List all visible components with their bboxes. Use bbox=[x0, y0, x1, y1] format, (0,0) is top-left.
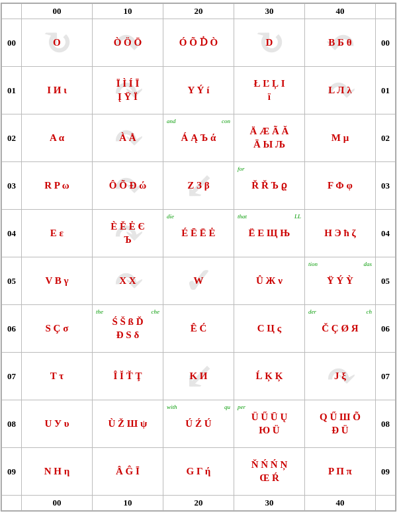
row-label-left-08: 08 bbox=[2, 400, 22, 448]
cell-01-2: Y Ý í bbox=[163, 67, 234, 114]
cell-chars-0: À Å bbox=[119, 132, 136, 145]
cell-06-3: С Ц ς bbox=[234, 305, 304, 353]
cell-chars-0: Ù Ž Ш ψ bbox=[109, 418, 148, 431]
col-header-10: 10 bbox=[92, 4, 163, 19]
foot-col-10: 10 bbox=[92, 496, 163, 511]
col-header-20: 20 bbox=[163, 4, 234, 19]
cell-09-1: Â Ĝ Ī bbox=[92, 448, 163, 496]
col-header-30: 30 bbox=[234, 4, 304, 19]
row-label-right-02: 02 bbox=[375, 114, 395, 162]
cell-chars-0: E ε bbox=[50, 227, 64, 240]
cell-04-2: dieÉ Ē Ë Ė bbox=[163, 210, 234, 257]
row-06: 06S Ç σthecheŚ Š ß ĎĐ S δÊ ĆС Ц ςderchČ … bbox=[2, 305, 396, 353]
cell-chars-0: Ô Õ Ð ώ bbox=[109, 179, 146, 193]
cell-02-2: andconÁ Ą Ъ ά bbox=[163, 114, 234, 162]
cell-chars-0: Y Ý í bbox=[188, 84, 210, 97]
cell-01-4: ↷L Л λ bbox=[304, 67, 375, 114]
green-label-tl: with bbox=[167, 404, 177, 410]
cell-chars-0: Ň Ń Ń Ņ bbox=[251, 459, 288, 472]
cell-chars-0: É Ē Ë Ė bbox=[181, 227, 215, 240]
cell-chars-1: Į Ÿ Ï bbox=[118, 91, 138, 104]
cell-chars-0: С Ц ς bbox=[257, 322, 281, 335]
cell-07-4: ↷J ξ bbox=[304, 353, 375, 400]
cell-05-4: tiondasŸ Ý Ỳ bbox=[304, 257, 375, 305]
green-label-tl: the bbox=[96, 308, 103, 315]
cell-02-3: Ä Æ Ã ĂĀ Ы Љ bbox=[234, 114, 304, 162]
footer-row: 00 10 20 30 40 bbox=[2, 496, 396, 511]
cell-02-1: ↷À Å bbox=[92, 114, 163, 162]
cell-07-0: T τ bbox=[21, 353, 92, 400]
cell-chars-0: Ĺ Ķ Ķ bbox=[256, 370, 283, 383]
row-03: 03R Ρ ω↷Ô Õ Ð ώ↙Z З βforŘ Ř Ъ ϱF Φ φ03 bbox=[2, 162, 396, 210]
row-label-left-00: 00 bbox=[2, 19, 22, 67]
cell-chars-0: D bbox=[266, 36, 273, 50]
row-label-left-09: 09 bbox=[2, 448, 22, 496]
cell-chars-0: M μ bbox=[331, 132, 349, 145]
cell-chars-0: U У υ bbox=[44, 418, 69, 431]
cell-chars-0: Ř Ř Ъ ϱ bbox=[251, 179, 287, 193]
row-label-right-04: 04 bbox=[375, 210, 395, 257]
cell-04-4: H Э ħ ζ bbox=[304, 210, 375, 257]
green-label-tr: che bbox=[151, 308, 159, 315]
cell-chars-0: R Ρ ω bbox=[44, 179, 69, 193]
cell-chars-0: L Л λ bbox=[328, 84, 351, 97]
column-headers: 00 10 20 30 40 bbox=[2, 4, 396, 19]
cell-08-3: perÜ Ű Ū ŲЮ Ü bbox=[234, 400, 304, 448]
cell-06-4: derchČ Ç Ø Я bbox=[304, 305, 375, 353]
main-grid: 00 10 20 30 40 00↻O↷Ò Ö ŌÓ Õ Ḋ Ò↻D↶В Б θ… bbox=[1, 3, 396, 511]
row-label-left-03: 03 bbox=[2, 162, 22, 210]
cell-chars-0: Ÿ Ý Ỳ bbox=[327, 275, 353, 288]
cell-chars-0: Î Ĭ Ť Ţ bbox=[113, 370, 142, 383]
cell-03-4: F Φ φ bbox=[304, 162, 375, 210]
row-label-left-01: 01 bbox=[2, 67, 22, 114]
row-07: 07T τÎ Ĭ Ť Ţ↙K ИĹ Ķ Ķ↷J ξ07 bbox=[2, 353, 396, 400]
cell-chars-0: V B γ bbox=[45, 275, 68, 288]
green-label-tl: der bbox=[308, 308, 316, 315]
cell-chars-0: Ł Ľ Ļ I bbox=[253, 77, 285, 91]
cell-08-0: U У υ bbox=[21, 400, 92, 448]
cell-chars-0: K И bbox=[189, 370, 207, 383]
cell-01-3: Ł Ľ Ļ Iï bbox=[234, 67, 304, 114]
cell-chars-0: Á Ą Ъ ά bbox=[181, 132, 216, 145]
cell-chars-1: Đ S δ bbox=[116, 329, 139, 342]
green-label-tl: that bbox=[238, 213, 247, 220]
corner-bl bbox=[2, 496, 22, 511]
cell-00-4: ↶В Б θ bbox=[304, 19, 375, 67]
row-label-left-05: 05 bbox=[2, 257, 22, 305]
cell-04-0: E ε bbox=[21, 210, 92, 257]
cell-chars-0: Ï Ì Í Ī bbox=[116, 77, 140, 91]
cell-chars-0: Ú Ź Ú bbox=[185, 418, 211, 431]
cell-05-3: Û Ж ν bbox=[234, 257, 304, 305]
cell-08-2: withquÚ Ź Ú bbox=[163, 400, 234, 448]
cell-09-4: P П π bbox=[304, 448, 375, 496]
cell-03-2: ↙Z З β bbox=[163, 162, 234, 210]
cell-chars-0: N H η bbox=[44, 465, 70, 478]
cell-04-1: ↷È Ě Ė ЄЪ bbox=[92, 210, 163, 257]
cell-09-2: G Γ ή bbox=[163, 448, 234, 496]
green-label-tr: LL bbox=[294, 213, 301, 220]
cell-chars-1: ï bbox=[268, 91, 271, 104]
foot-col-30: 30 bbox=[234, 496, 304, 511]
cell-chars-0: A α bbox=[50, 132, 64, 145]
cell-chars-0: В Б θ bbox=[328, 36, 351, 50]
cell-00-3: ↻D bbox=[234, 19, 304, 67]
row-01: 01I И ι↷Ï Ì Í ĪĮ Ÿ ÏY Ý íŁ Ľ Ļ Iï↷L Л λ0… bbox=[2, 67, 396, 114]
cell-03-1: ↷Ô Õ Ð ώ bbox=[92, 162, 163, 210]
row-label-left-07: 07 bbox=[2, 353, 22, 400]
foot-col-40: 40 bbox=[304, 496, 375, 511]
cell-05-2: ✓W bbox=[163, 257, 234, 305]
cell-03-3: forŘ Ř Ъ ϱ bbox=[234, 162, 304, 210]
green-label-tl: per bbox=[238, 404, 245, 410]
cell-chars-0: Ś Š ß Ď bbox=[112, 316, 143, 329]
row-05: 05V B γ↷X X✓WÛ Ж νtiondasŸ Ý Ỳ05 bbox=[2, 257, 396, 305]
row-label-right-00: 00 bbox=[375, 19, 395, 67]
green-label-tr: qu bbox=[224, 404, 230, 410]
cell-chars-0: H Э ħ ζ bbox=[324, 227, 356, 240]
cell-chars-0: Û Ж ν bbox=[256, 275, 283, 288]
cell-chars-0: W bbox=[193, 275, 203, 288]
cell-chars-0: Â Ĝ Ī bbox=[116, 465, 140, 478]
row-09: 09N H ηÂ Ĝ ĪG Γ ήŇ Ń Ń ŅŒ ŔP П π09 bbox=[2, 448, 396, 496]
row-label-right-08: 08 bbox=[375, 400, 395, 448]
row-04: 04E ε↷È Ě Ė ЄЪdieÉ Ē Ë ĖthatLLË Е Щ ЊH Э… bbox=[2, 210, 396, 257]
row-label-left-06: 06 bbox=[2, 305, 22, 353]
